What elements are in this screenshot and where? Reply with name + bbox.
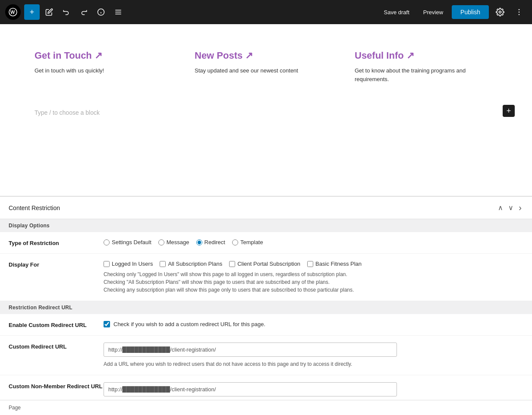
custom-url-hint: Add a URL where you wish to redirect use… [104, 360, 523, 368]
hint-1: Checking only "Logged In Users" will sho… [104, 270, 523, 278]
checkbox-client-portal-input[interactable] [229, 261, 235, 267]
svg-point-10 [519, 12, 520, 13]
custom-redirect-url-label: Custom Redirect URL [9, 343, 104, 350]
add-block-inline-button[interactable]: + [503, 105, 515, 117]
enable-custom-url-row: Enable Custom Redirect URL Check if you … [0, 314, 532, 336]
type-restriction-row: Type of Restriction Settings Default Mes… [0, 232, 532, 254]
radio-redirect-input[interactable] [196, 239, 202, 245]
edit-button[interactable] [41, 4, 57, 20]
column-3-title: Useful Info ↗ [355, 50, 497, 61]
toolbar-right: Save draft Preview Publish [379, 4, 527, 20]
checkbox-basic-fitness-label: Basic Fitness Plan [315, 261, 362, 267]
checkbox-logged-in-input[interactable] [104, 261, 110, 267]
restriction-panel-title: Content Restriction [9, 204, 60, 211]
svg-text:W: W [10, 9, 15, 15]
checkbox-client-portal-label: Client Portal Subscription [237, 261, 300, 267]
collapse-arrow-button[interactable]: › [517, 202, 523, 214]
footer-label: Page [9, 405, 21, 411]
radio-settings-default[interactable]: Settings Default [104, 239, 151, 245]
display-for-row: Display For Logged In Users All Subscrip… [0, 254, 532, 301]
undo-button[interactable] [59, 4, 74, 20]
column-2-desc: Stay updated and see our newest content [195, 66, 337, 75]
radio-template[interactable]: Template [232, 239, 263, 245]
enable-custom-url-checkbox[interactable] [104, 321, 110, 327]
radio-message[interactable]: Message [158, 239, 189, 245]
footer-bar: Page [0, 400, 532, 415]
column-1-title: Get in Touch ↗ [35, 50, 177, 61]
column-2-title: New Posts ↗ [195, 50, 337, 61]
wp-logo: W [5, 4, 21, 20]
custom-redirect-url-input[interactable] [104, 343, 397, 357]
radio-message-input[interactable] [158, 239, 164, 245]
enable-custom-check-text: Check if you wish to add a custom redire… [113, 321, 265, 327]
radio-message-label: Message [167, 239, 189, 245]
display-for-hint: Checking only "Logged In Users" will sho… [104, 270, 523, 294]
preview-button[interactable]: Preview [418, 6, 448, 18]
column-3: Useful Info ↗ Get to know about the trai… [355, 50, 497, 83]
enable-custom-check-row: Check if you wish to add a custom redire… [104, 321, 523, 327]
svg-point-11 [519, 14, 520, 16]
editor-area: Get in Touch ↗ Get in touch with us quic… [0, 24, 532, 196]
more-options-button[interactable] [511, 4, 527, 20]
enable-custom-url-label: Enable Custom Redirect URL [9, 321, 104, 328]
publish-button[interactable]: Publish [452, 5, 489, 19]
type-restriction-control: Settings Default Message Redirect Templa… [104, 239, 523, 245]
block-placeholder-text: Type / to choose a block [35, 109, 100, 116]
add-block-toolbar-button[interactable]: + [24, 4, 40, 20]
block-placeholder-area: Type / to choose a block + [35, 101, 497, 125]
non-member-url-input[interactable] [104, 382, 397, 396]
hint-3: Checking any subscription plan will show… [104, 286, 523, 294]
restriction-header-controls: ∧ ∨ › [496, 202, 523, 214]
checkbox-basic-fitness-input[interactable] [307, 261, 313, 267]
info-button[interactable] [93, 4, 109, 20]
radio-template-input[interactable] [232, 239, 238, 245]
columns-grid: Get in Touch ↗ Get in touch with us quic… [35, 50, 497, 83]
radio-redirect-label: Redirect [205, 239, 225, 245]
list-view-button[interactable] [110, 4, 126, 20]
redo-button[interactable] [76, 4, 91, 20]
checkbox-logged-in[interactable]: Logged In Users [104, 261, 153, 267]
radio-settings-default-input[interactable] [104, 239, 110, 245]
save-draft-button[interactable]: Save draft [379, 6, 415, 18]
collapse-down-button[interactable]: ∨ [507, 203, 515, 213]
column-3-desc: Get to know about the training programs … [355, 66, 497, 83]
column-2: New Posts ↗ Stay updated and see our new… [195, 50, 337, 83]
redirect-section-label: Restriction Redirect URL [0, 301, 532, 314]
hint-2: Checking "All Subscription Plans" will s… [104, 278, 523, 286]
custom-redirect-url-control: Add a URL where you wish to redirect use… [104, 343, 523, 368]
checkbox-basic-fitness[interactable]: Basic Fitness Plan [307, 261, 362, 267]
non-member-url-label: Custom Non-Member Redirect URL [9, 382, 104, 390]
toolbar: W + Save draft [0, 0, 532, 24]
checkbox-all-plans-label: All Subscription Plans [168, 261, 222, 267]
display-for-control: Logged In Users All Subscription Plans C… [104, 261, 523, 294]
display-options-label: Display Options [0, 219, 532, 232]
main-content: Get in Touch ↗ Get in touch with us quic… [0, 24, 532, 415]
radio-settings-default-label: Settings Default [112, 239, 151, 245]
type-restriction-label: Type of Restriction [9, 239, 104, 246]
svg-point-9 [519, 9, 520, 10]
svg-point-8 [499, 11, 501, 13]
radio-redirect[interactable]: Redirect [196, 239, 225, 245]
checkbox-client-portal[interactable]: Client Portal Subscription [229, 261, 300, 267]
checkbox-all-plans[interactable]: All Subscription Plans [160, 261, 222, 267]
column-1-desc: Get in touch with us quickly! [35, 66, 177, 75]
settings-button[interactable] [492, 4, 508, 20]
checkbox-all-plans-input[interactable] [160, 261, 166, 267]
custom-redirect-url-row: Custom Redirect URL Add a URL where you … [0, 336, 532, 375]
content-restriction-panel: Content Restriction ∧ ∨ › Display Option… [0, 196, 532, 415]
checkbox-logged-in-label: Logged In Users [112, 261, 153, 267]
display-for-label: Display For [9, 261, 104, 268]
column-1: Get in Touch ↗ Get in touch with us quic… [35, 50, 177, 83]
radio-template-label: Template [240, 239, 263, 245]
collapse-up-button[interactable]: ∧ [496, 203, 505, 213]
restriction-radio-group: Settings Default Message Redirect Templa… [104, 239, 523, 245]
enable-custom-url-control: Check if you wish to add a custom redire… [104, 321, 523, 327]
restriction-header: Content Restriction ∧ ∨ › [0, 197, 532, 219]
display-for-checkbox-group: Logged In Users All Subscription Plans C… [104, 261, 523, 267]
